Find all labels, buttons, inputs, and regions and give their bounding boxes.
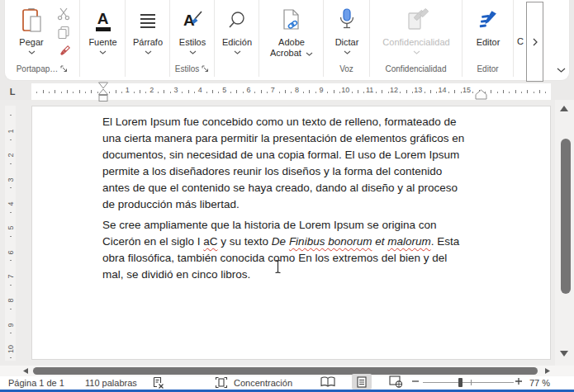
ruler-number: 7 [271, 86, 275, 94]
ruler-tick [236, 90, 237, 93]
ruler-tick [406, 90, 407, 93]
dialog-launcher-icon[interactable] [202, 65, 209, 73]
plus-icon [515, 377, 523, 385]
doc-line: antes de que el contenido se haya creado… [102, 180, 491, 196]
ruler-dot [279, 92, 280, 93]
ruler-dot [315, 92, 316, 93]
zoom-slider-thumb[interactable] [458, 378, 463, 387]
chevron-down-icon [234, 50, 241, 54]
ruler-number: 11 [366, 86, 373, 94]
zoom-out-button[interactable] [411, 377, 420, 387]
doc-text-segment: de producción más libertad. [102, 198, 240, 210]
ruler-number: 8 [7, 296, 15, 305]
ruler-tick [91, 90, 92, 93]
styles-button[interactable]: A Estilos [173, 2, 212, 54]
ruler-dot [448, 92, 449, 93]
vertical-ruler[interactable]: 12345678910 [5, 106, 16, 361]
doc-line: Se cree ampliamente que la historia de L… [102, 217, 491, 234]
ruler-number: 3 [7, 175, 15, 184]
scroll-down-arrow[interactable] [559, 350, 569, 357]
ruler-dot [10, 115, 12, 116]
clipboard-group-label: Portapap… [5, 64, 79, 73]
ruler-tick [116, 90, 116, 93]
ruler-dot [243, 92, 244, 93]
ruler-dot [425, 92, 425, 93]
ruler-tick [188, 90, 189, 93]
ruler-number: 4 [198, 86, 202, 94]
spellcheck-flagged-text: Finibus bonorum [289, 235, 372, 248]
dialog-launcher-icon[interactable] [60, 65, 68, 73]
ruler-dot [230, 92, 231, 93]
doc-line: Cicerón en el siglo I aC y su texto De F… [102, 234, 491, 250]
font-button[interactable]: A Fuente [83, 2, 122, 54]
print-layout-button[interactable] [352, 374, 372, 390]
doc-line: permite a los diseñadores reunir los dis… [102, 163, 491, 180]
ruler-dot [521, 92, 522, 93]
web-layout-icon [389, 375, 403, 388]
font-icon: A [96, 6, 111, 35]
doc-text-segment: . Esta [431, 235, 460, 248]
read-mode-button[interactable] [318, 374, 338, 390]
horizontal-scrollbar-thumb[interactable] [33, 367, 538, 375]
focus-button[interactable]: Concentración [215, 376, 292, 389]
dictate-button[interactable]: Dictar [328, 2, 366, 54]
page-indicator[interactable]: Página 1 de 1 [8, 378, 64, 388]
right-indent-marker[interactable] [475, 89, 487, 100]
paste-button[interactable]: Pegar [12, 2, 51, 54]
ribbon-overflow-flyout[interactable] [526, 2, 543, 82]
ruler-dot [145, 92, 146, 93]
copy-icon [57, 26, 70, 39]
ruler-dot [363, 92, 364, 93]
left-indent-marker[interactable] [97, 82, 110, 102]
ruler-dot [49, 92, 50, 93]
ruler-tick [454, 90, 455, 93]
ruler-dot [303, 92, 304, 93]
sensitivity-button[interactable]: Confidencialidad [375, 2, 458, 54]
doc-text-segment: mal, se dividió en cinco libros. [102, 268, 250, 281]
ruler-number: 13 [414, 86, 422, 94]
spellcheck-flagged-text: aC [203, 235, 217, 248]
editor-group-label: Editor [463, 64, 513, 73]
format-painter-button[interactable] [55, 43, 73, 60]
ruler-dot [121, 92, 122, 93]
scroll-up-arrow[interactable] [559, 105, 569, 112]
cut-button[interactable] [55, 5, 73, 22]
ruler-dot [412, 92, 413, 93]
zoom-slider-track[interactable] [423, 382, 514, 383]
ruler-number: 5 [7, 224, 15, 233]
document-text[interactable]: El Lorem Ipsum fue concebido como un tex… [102, 114, 491, 283]
adobe-acrobat-button[interactable]: Adobe Acrobat [264, 2, 319, 59]
voice-group-label: Voz [324, 64, 369, 73]
doc-text-segment: Se cree ampliamente que la historia de L… [102, 219, 436, 231]
ruler-tick [503, 90, 504, 93]
ribbon: Pegar [5, 0, 569, 80]
ruler-number: 9 [319, 86, 323, 94]
doc-line: documentos, sin necesidad de una copia f… [102, 147, 491, 163]
doc-text-segment: Cicerón en el siglo I [102, 235, 203, 248]
scroll-right-arrow[interactable] [544, 367, 551, 375]
ruler-dot [10, 260, 12, 261]
ruler-dot [10, 212, 12, 213]
copy-button[interactable] [55, 23, 73, 40]
tab-selector[interactable]: L [7, 85, 18, 98]
editor-button[interactable]: Editor [468, 2, 508, 48]
paste-clipboard-icon [21, 6, 42, 35]
doc-line: El Lorem Ipsum fue concebido como un tex… [102, 114, 491, 130]
zoom-in-button[interactable] [515, 377, 523, 387]
paragraph-button[interactable]: Párrafo [128, 2, 168, 54]
ruler-dot [436, 92, 437, 93]
chevron-down-icon [145, 50, 152, 54]
web-layout-button[interactable] [386, 374, 406, 390]
ruler-dot [170, 92, 171, 93]
ruler-dot [497, 92, 498, 93]
chevron-down-icon [413, 50, 420, 54]
editing-button[interactable]: Edición [217, 2, 257, 54]
format-painter-icon [57, 45, 71, 59]
word-count[interactable]: 110 palabras [85, 378, 137, 388]
vertical-scrollbar-thumb[interactable] [561, 139, 571, 294]
zoom-percentage[interactable]: 77 % [529, 378, 550, 388]
spellcheck-flagged-text: malorum [387, 235, 431, 248]
scroll-left-arrow[interactable] [22, 367, 29, 375]
ruler-dot [158, 92, 159, 93]
collapse-ribbon-button[interactable] [553, 63, 569, 78]
